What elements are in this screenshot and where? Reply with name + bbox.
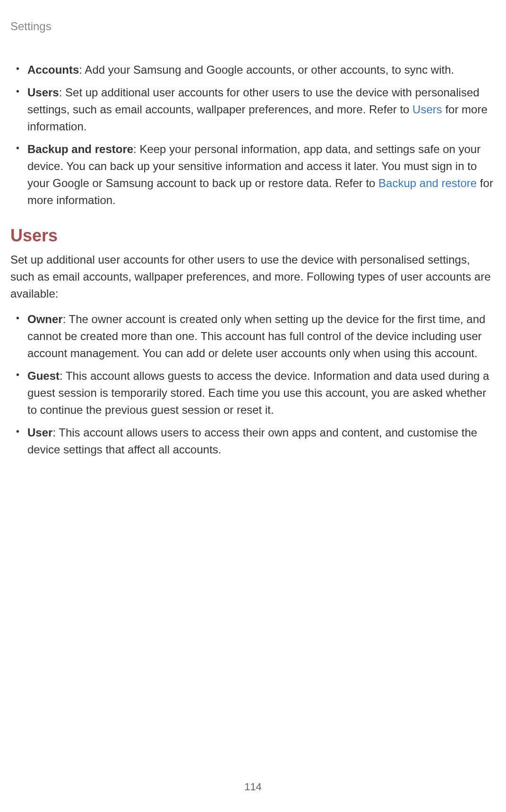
list-item: Owner: The owner account is created only…: [27, 311, 496, 362]
backup-restore-link[interactable]: Backup and restore: [378, 177, 477, 189]
list-item: Guest: This account allows guests to acc…: [27, 368, 496, 419]
item-text: : Add your Samsung and Google accounts, …: [79, 63, 454, 76]
item-label: Accounts: [27, 63, 79, 76]
list-item: User: This account allows users to acces…: [27, 424, 496, 458]
item-text: : This account allows users to access th…: [27, 426, 477, 456]
item-text-before: : Set up additional user accounts for ot…: [27, 86, 480, 116]
users-link[interactable]: Users: [412, 103, 442, 116]
section-heading-users: Users: [10, 226, 496, 246]
item-label: Users: [27, 86, 59, 99]
item-text: : This account allows guests to access t…: [27, 369, 489, 416]
item-label: User: [27, 426, 52, 439]
item-text: : The owner account is created only when…: [27, 313, 485, 359]
page-header: Settings: [10, 20, 51, 33]
top-bullet-list: Accounts: Add your Samsung and Google ac…: [10, 61, 496, 209]
item-label: Owner: [27, 313, 63, 325]
section-intro: Set up additional user accounts for othe…: [10, 251, 496, 302]
list-item: Backup and restore: Keep your personal i…: [27, 141, 496, 209]
page-number: 114: [244, 781, 262, 793]
content-area: Accounts: Add your Samsung and Google ac…: [10, 61, 496, 464]
item-label: Guest: [27, 369, 60, 382]
list-item: Accounts: Add your Samsung and Google ac…: [27, 61, 496, 78]
list-item: Users: Set up additional user accounts f…: [27, 84, 496, 135]
item-label: Backup and restore: [27, 143, 133, 155]
section-bullet-list: Owner: The owner account is created only…: [10, 311, 496, 458]
